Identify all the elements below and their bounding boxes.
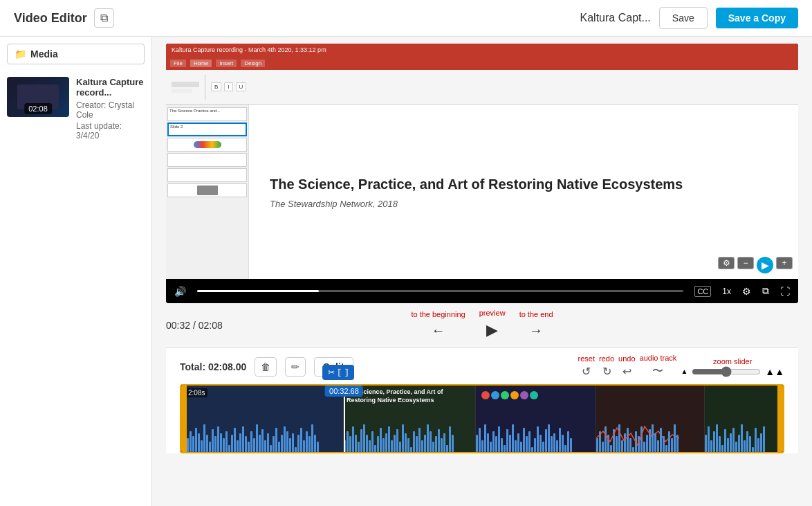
nav-end-button[interactable]: →: [526, 320, 546, 341]
svg-rect-108: [526, 436, 528, 452]
svg-rect-76: [416, 436, 418, 452]
video-title: Kaltura Capt...: [580, 12, 651, 24]
timeline-track[interactable]: 2:08s: [180, 384, 784, 453]
video-frame: Kaltura Capture recording - March 4th 20…: [166, 44, 798, 279]
playhead[interactable]: 00:32.68: [344, 386, 345, 452]
save-copy-button[interactable]: Save a Copy: [716, 8, 798, 28]
timeline-header: Total: 02:08.00 🗑 ✏ Split reset ↺ redo ↻…: [180, 354, 784, 380]
svg-rect-73: [407, 438, 409, 452]
svg-rect-66: [388, 426, 390, 452]
toolbar-file[interactable]: File: [170, 60, 186, 67]
save-button[interactable]: Save: [659, 7, 708, 29]
total-time: Total: 02:08.00: [180, 361, 246, 372]
svg-rect-41: [295, 447, 297, 452]
svg-rect-135: [624, 433, 626, 452]
svg-rect-98: [498, 426, 500, 452]
ribbon-btn-3[interactable]: U: [236, 82, 247, 91]
toolbar-home[interactable]: Home: [190, 60, 212, 67]
svg-rect-26: [253, 438, 255, 452]
delete-button[interactable]: 🗑: [255, 357, 277, 377]
cut-icon-1: ✂: [328, 368, 335, 377]
svg-rect-56: [360, 429, 362, 452]
svg-rect-36: [281, 435, 283, 452]
svg-rect-27: [256, 424, 258, 452]
speed-control[interactable]: 1x: [722, 287, 731, 296]
svg-rect-138: [632, 447, 634, 452]
label-end: to the end: [519, 310, 553, 318]
bracket-icon-2: ⟧: [344, 368, 349, 377]
nav-beginning-group: to the beginning ←: [411, 310, 465, 341]
svg-rect-61: [374, 445, 376, 452]
svg-rect-47: [311, 424, 313, 452]
svg-rect-31: [267, 433, 269, 452]
svg-rect-156: [708, 426, 710, 452]
undo-button[interactable]: ↩: [620, 363, 634, 379]
svg-rect-37: [284, 426, 286, 452]
right-marker: [777, 386, 783, 452]
slide-thumb-1[interactable]: The Science Practice and...: [167, 107, 247, 121]
media-item[interactable]: 02:08 Kaltura Capture record... Creator:…: [7, 73, 145, 145]
svg-rect-33: [273, 436, 275, 452]
svg-rect-84: [438, 429, 440, 452]
overlay-btn-3[interactable]: +: [776, 257, 793, 269]
label-preview: preview: [479, 309, 506, 317]
redo-button[interactable]: ↻: [600, 363, 614, 379]
overlay-btn-2[interactable]: −: [737, 257, 754, 269]
svg-rect-162: [724, 429, 726, 452]
ribbon-btn-2[interactable]: I: [224, 82, 232, 91]
svg-rect-158: [713, 431, 715, 452]
svg-rect-100: [504, 445, 506, 452]
audio-track-button[interactable]: 〜: [649, 363, 666, 380]
overlay-play[interactable]: ▶: [757, 257, 773, 273]
svg-rect-124: [570, 438, 572, 452]
volume-icon[interactable]: 🔊: [174, 286, 186, 297]
play-button[interactable]: ▶: [483, 318, 501, 342]
svg-rect-114: [542, 442, 544, 452]
svg-rect-172: [752, 447, 754, 452]
svg-rect-42: [297, 435, 299, 452]
svg-rect-9: [206, 435, 208, 452]
svg-rect-40: [292, 433, 294, 452]
overlay-settings[interactable]: ⚙: [718, 257, 735, 269]
svg-rect-25: [250, 431, 252, 452]
svg-rect-171: [749, 436, 751, 452]
nav-beginning-button[interactable]: ←: [429, 320, 448, 341]
nav-controls: to the beginning ← preview ▶ to the end …: [411, 309, 553, 342]
slide-thumb-3[interactable]: [167, 138, 247, 152]
reset-button[interactable]: ↺: [579, 363, 593, 379]
svg-rect-35: [278, 442, 280, 452]
svg-rect-130: [610, 445, 612, 452]
svg-rect-43: [300, 428, 302, 452]
svg-rect-109: [528, 431, 530, 452]
svg-rect-62: [377, 436, 379, 452]
toolbar-design[interactable]: Design: [241, 60, 265, 67]
video-player[interactable]: Kaltura Capture recording - March 4th 20…: [166, 44, 798, 303]
media-tab[interactable]: 📁 Media: [7, 44, 145, 64]
svg-rect-134: [621, 440, 623, 452]
svg-rect-75: [413, 431, 415, 452]
slide-thumb-5[interactable]: [167, 168, 247, 182]
svg-rect-142: [643, 442, 645, 452]
toolbar-insert[interactable]: Insert: [216, 60, 237, 67]
svg-rect-3: [190, 431, 192, 452]
zoom-slider[interactable]: [692, 366, 761, 377]
fullscreen-icon[interactable]: ⛶: [780, 286, 790, 297]
svg-rect-112: [537, 426, 539, 452]
slide-thumb-2[interactable]: Slide 2: [167, 123, 247, 136]
svg-rect-10: [209, 442, 211, 452]
slide-thumb-4[interactable]: [167, 153, 247, 167]
svg-rect-118: [553, 433, 555, 452]
slide-thumb-6[interactable]: [167, 183, 247, 197]
svg-rect-52: [349, 436, 351, 452]
cc-button[interactable]: CC: [694, 286, 711, 297]
settings-icon[interactable]: ⚙: [742, 286, 751, 297]
svg-rect-120: [559, 428, 561, 452]
ribbon-btn-1[interactable]: B: [211, 82, 221, 91]
svg-rect-106: [520, 442, 522, 452]
edit-button[interactable]: ✏: [285, 357, 306, 377]
folder-icon: 📁: [15, 48, 26, 60]
svg-rect-34: [275, 428, 277, 452]
pip-icon[interactable]: ⧉: [762, 285, 769, 297]
timeline-segments: 2:08s: [181, 386, 783, 452]
panel-toggle-button[interactable]: ⧉: [94, 8, 114, 28]
